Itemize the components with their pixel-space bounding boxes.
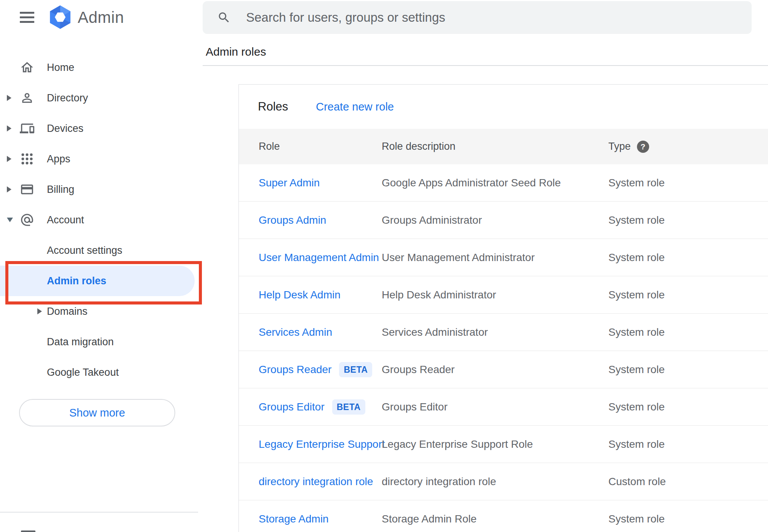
- role-cell: Legacy Enterprise Support: [239, 438, 382, 450]
- sidebar-item-directory[interactable]: Directory: [0, 83, 196, 113]
- search-icon: [217, 11, 231, 24]
- role-description: directory integration role: [382, 476, 608, 488]
- column-header-type-label: Type: [608, 141, 631, 152]
- role-type: Custom role: [608, 476, 768, 488]
- devices-icon: [20, 121, 34, 136]
- table-row: Groups Admin Groups Administrator System…: [239, 202, 768, 239]
- role-description: Legacy Enterprise Support Role: [382, 438, 608, 450]
- role-cell: Super Admin: [239, 177, 382, 189]
- role-type: System role: [608, 252, 768, 264]
- table-row: User Management Admin User Management Ad…: [239, 239, 768, 276]
- sidebar-item-admin-roles[interactable]: Admin roles: [0, 266, 196, 296]
- chevron-right-icon[interactable]: [7, 156, 11, 162]
- header-divider: [203, 65, 768, 66]
- table-row: Super Admin Google Apps Administrator Se…: [239, 164, 768, 202]
- column-header-type: Type ?: [608, 141, 768, 153]
- table-row: Storage Admin Storage Admin Role System …: [239, 500, 768, 532]
- role-type: System role: [608, 513, 768, 525]
- search-input[interactable]: Search for users, groups or settings: [203, 1, 752, 34]
- chevron-down-icon[interactable]: [7, 218, 13, 222]
- chevron-right-icon[interactable]: [37, 308, 42, 314]
- beta-badge: BETA: [332, 399, 365, 415]
- role-description: Groups Administrator: [382, 214, 608, 226]
- show-more-button[interactable]: Show more: [19, 399, 175, 426]
- table-row: Legacy Enterprise Support Legacy Enterpr…: [239, 426, 768, 463]
- role-link[interactable]: Groups Reader: [259, 364, 331, 376]
- sidebar-nav: Home Directory Devices: [0, 52, 196, 388]
- roles-card: Roles Create new role Role Role descript…: [238, 84, 768, 532]
- role-cell: Help Desk Admin: [239, 289, 382, 301]
- sidebar-item-apps[interactable]: Apps: [0, 144, 196, 174]
- role-link[interactable]: Groups Editor: [259, 401, 325, 413]
- sidebar-item-data-migration[interactable]: Data migration: [0, 327, 196, 357]
- help-icon[interactable]: ?: [637, 141, 649, 153]
- table-row: Groups Editor BETA Groups Editor System …: [239, 388, 768, 426]
- role-type: System role: [608, 326, 768, 338]
- sidebar-item-account-settings[interactable]: Account settings: [0, 235, 196, 266]
- partial-bottom-icon: [21, 530, 35, 532]
- sidebar-item-google-takeout[interactable]: Google Takeout: [0, 357, 196, 388]
- role-link[interactable]: Groups Admin: [259, 214, 326, 226]
- create-new-role-link[interactable]: Create new role: [316, 101, 394, 113]
- table-row: Services Admin Services Administrator Sy…: [239, 314, 768, 351]
- table-row: Groups Reader BETA Groups Reader System …: [239, 351, 768, 388]
- role-cell: Groups Reader BETA: [239, 362, 382, 377]
- role-description: User Management Administrator: [382, 252, 608, 264]
- roles-table-body: Super Admin Google Apps Administrator Se…: [239, 164, 768, 532]
- person-icon: [20, 91, 34, 105]
- role-link[interactable]: directory integration role: [259, 476, 373, 488]
- role-type: System role: [608, 364, 768, 376]
- role-link[interactable]: Legacy Enterprise Support: [259, 438, 385, 450]
- chevron-right-icon[interactable]: [7, 95, 11, 101]
- role-type: System role: [608, 438, 768, 450]
- role-link[interactable]: Storage Admin: [259, 513, 329, 525]
- home-icon: [20, 60, 34, 75]
- column-header-description: Role description: [382, 141, 608, 152]
- role-type: System role: [608, 401, 768, 413]
- google-admin-console: Admin Home Directory De: [0, 0, 768, 532]
- sidebar-item-billing[interactable]: Billing: [0, 174, 196, 205]
- beta-badge: BETA: [339, 362, 372, 377]
- chevron-right-icon[interactable]: [7, 125, 11, 131]
- brand-header: Admin: [0, 0, 196, 34]
- sidebar-item-account[interactable]: Account: [0, 205, 196, 235]
- sidebar-bottom-divider: [0, 512, 198, 513]
- table-row: directory integration role directory int…: [239, 463, 768, 500]
- role-cell: Groups Editor BETA: [239, 399, 382, 415]
- table-row: Help Desk Admin Help Desk Administrator …: [239, 276, 768, 314]
- sidebar-item-devices[interactable]: Devices: [0, 113, 196, 144]
- role-cell: directory integration role: [239, 476, 382, 488]
- role-description: Services Administrator: [382, 326, 608, 338]
- column-header-role: Role: [239, 141, 382, 152]
- search-placeholder: Search for users, groups or settings: [246, 10, 445, 25]
- chevron-right-icon[interactable]: [7, 186, 11, 192]
- role-cell: Services Admin: [239, 326, 382, 338]
- role-description: Help Desk Administrator: [382, 289, 608, 301]
- sidebar-item-home[interactable]: Home: [0, 52, 196, 83]
- role-link[interactable]: Super Admin: [259, 177, 320, 189]
- admin-logo-icon: [48, 5, 72, 29]
- apps-grid-icon: [20, 152, 34, 166]
- roles-card-header: Roles Create new role: [239, 85, 768, 129]
- role-cell: User Management Admin: [239, 252, 382, 264]
- role-type: System role: [608, 289, 768, 301]
- credit-card-icon: [20, 182, 34, 197]
- role-type: System role: [608, 214, 768, 226]
- role-cell: Groups Admin: [239, 214, 382, 226]
- menu-icon[interactable]: [20, 12, 34, 23]
- at-sign-icon: [20, 213, 34, 227]
- role-description: Groups Reader: [382, 364, 608, 376]
- role-description: Groups Editor: [382, 401, 608, 413]
- sidebar-item-domains[interactable]: Domains: [0, 296, 196, 327]
- role-link[interactable]: Services Admin: [259, 326, 332, 338]
- sidebar: Admin Home Directory De: [0, 0, 196, 532]
- table-header-row: Role Role description Type ?: [239, 129, 768, 164]
- brand-name: Admin: [78, 8, 124, 27]
- breadcrumb: Admin roles: [206, 45, 266, 58]
- role-link[interactable]: Help Desk Admin: [259, 289, 341, 301]
- card-title: Roles: [258, 100, 288, 114]
- role-type: System role: [608, 177, 768, 189]
- role-cell: Storage Admin: [239, 513, 382, 525]
- role-description: Storage Admin Role: [382, 513, 608, 525]
- role-link[interactable]: User Management Admin: [259, 252, 379, 264]
